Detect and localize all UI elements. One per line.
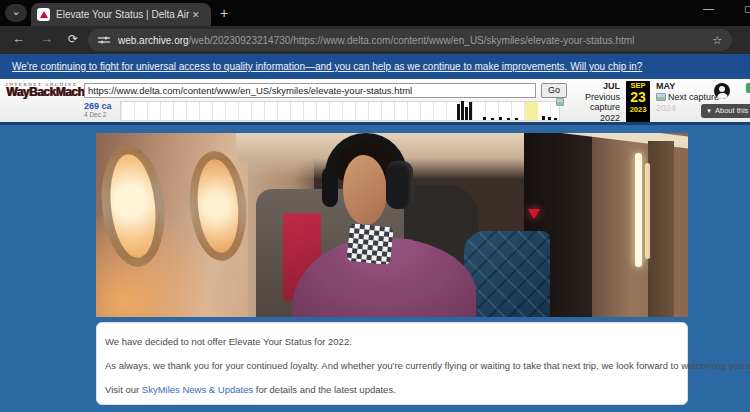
new-tab-button[interactable]: + — [220, 5, 228, 21]
tab-close-icon[interactable]: ✕ — [192, 10, 200, 20]
wayback-url-input[interactable] — [84, 83, 536, 98]
sparkline-current-highlight — [525, 102, 538, 120]
tab-search-chevron-button[interactable]: ⌄ — [5, 4, 27, 22]
tab-title: Elevate Your Status | Delta Air Li — [56, 9, 190, 20]
announcement-line-3-prefix: Visit our — [105, 384, 142, 395]
browser-tab[interactable]: Elevate Your Status | Delta Air Li ✕ — [31, 3, 211, 26]
browser-toolbar: ← → ⟳ web.archive.org/web/20230923214730… — [0, 26, 750, 54]
skymiles-news-updates-link[interactable]: SkyMiles News & Updates — [142, 384, 253, 395]
hero-image-man-with-headphones-in-delta-cabin — [96, 133, 688, 317]
user-profile-icon[interactable] — [714, 83, 730, 99]
dropdown-arrow-icon: ▼ — [706, 108, 712, 114]
clipped-edge-icon — [746, 83, 750, 93]
current-capture-datebox: SEP 23 2023 — [626, 81, 650, 122]
headphone-ear-cup — [386, 161, 413, 209]
delta-favicon-icon — [37, 8, 50, 21]
announcement-line-3-suffix: for details and the latest updates. — [253, 384, 396, 395]
light-strip — [645, 163, 650, 259]
capture-sparkline[interactable] — [120, 101, 560, 121]
announcement-line-3: Visit our SkyMiles News & Updates for de… — [105, 384, 679, 395]
browser-window: ⌄ Elevate Your Status | Delta Air Li ✕ +… — [0, 0, 750, 412]
previous-capture-link[interactable]: Previous capture — [566, 92, 620, 112]
url-path: /web/20230923214730/https://www.delta.co… — [189, 35, 635, 46]
donation-banner: We're continuing to fight for universal … — [0, 54, 750, 79]
wayback-logo-text: WayBackMachine — [6, 87, 82, 98]
bookmark-star-icon[interactable]: ☆ — [712, 34, 722, 47]
checkered-shirt-collar — [346, 223, 394, 265]
forward-button[interactable]: → — [40, 31, 53, 46]
about-this-capture-button[interactable]: ▼About this capture — [701, 104, 750, 118]
previous-capture-block[interactable]: JUL Previous capture 2022 — [556, 81, 620, 123]
window-maximize-button[interactable]: ▢ — [744, 4, 750, 14]
url-host: web.archive.org — [118, 35, 189, 46]
url-text: web.archive.org/web/20230923214730/https… — [118, 35, 706, 46]
back-button[interactable]: ← — [12, 31, 25, 46]
window-minimize-button[interactable]: — — [703, 2, 714, 14]
address-bar[interactable]: web.archive.org/web/20230923214730/https… — [88, 29, 732, 51]
donation-banner-link[interactable]: We're continuing to fight for universal … — [12, 61, 642, 72]
announcement-line-2: As always, we thank you for your continu… — [105, 360, 679, 371]
tab-strip: ⌄ Elevate Your Status | Delta Air Li ✕ +… — [0, 0, 750, 26]
captures-summary[interactable]: 269 ca 4 Dec 2 — [84, 101, 120, 118]
wayback-toolbar: INTERNET ARCHIVE WayBackMachine Go 269 c… — [0, 79, 750, 125]
wayback-machine-logo[interactable]: INTERNET ARCHIVE WayBackMachine — [6, 82, 82, 98]
headphone-ear-cup — [322, 167, 338, 207]
light-strip — [635, 153, 642, 267]
captures-date-range: 4 Dec 2 — [84, 111, 120, 118]
announcement-card: We have decided to not offer Elevate You… — [96, 322, 688, 405]
captures-count-link[interactable]: 269 ca — [84, 101, 120, 111]
previous-capture-month: JUL — [556, 81, 620, 91]
next-capture-link[interactable]: Next capture — [668, 92, 719, 102]
man-face — [343, 155, 387, 225]
site-settings-icon[interactable] — [98, 35, 110, 45]
next-capture-month: MAY — [656, 81, 746, 91]
capture-thumbnail-icon — [656, 93, 666, 101]
current-capture-day: 23 — [626, 90, 650, 105]
blue-quilted-seat — [464, 231, 550, 317]
current-capture-year: 2023 — [626, 105, 650, 114]
cabin-pillar — [648, 141, 674, 317]
announcement-line-1: We have decided to not offer Elevate You… — [105, 336, 679, 347]
previous-capture-year: 2022 — [556, 113, 620, 123]
about-this-capture-label: About this capture — [715, 106, 750, 115]
capture-thumbnail-icon — [556, 98, 564, 106]
archived-page: We have decided to not offer Elevate You… — [0, 128, 750, 412]
reload-button[interactable]: ⟳ — [68, 32, 78, 46]
delta-widget-logo — [528, 209, 540, 219]
chevron-down-icon: ⌄ — [11, 5, 20, 17]
